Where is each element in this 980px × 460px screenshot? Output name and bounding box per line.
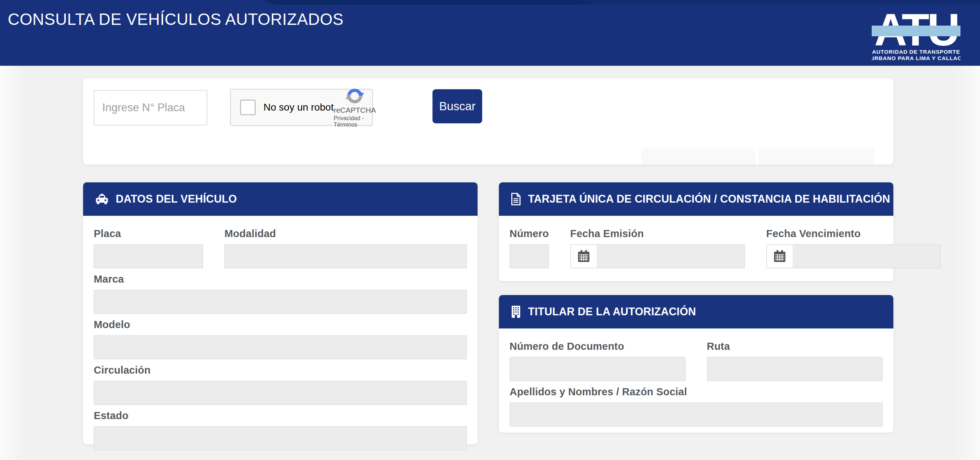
vehicle-panel-title: DATOS DEL VEHÍCULO [116, 193, 237, 206]
tuc-panel-title: TARJETA ÚNICA DE CIRCULACIÓN / CONSTANCI… [528, 193, 890, 206]
titular-panel-title: TITULAR DE LA AUTORIZACIÓN [528, 305, 696, 318]
atu-logo-icon: ATU AUTORIDAD DE TRANSPORTE URBANO PARA … [872, 6, 961, 62]
ruta-field [707, 357, 883, 381]
recaptcha-checkbox[interactable] [240, 99, 256, 115]
tuc-numero-label: Número [509, 228, 549, 240]
fecha-vencimiento-calendar-icon[interactable] [767, 245, 793, 268]
placa-field [94, 244, 203, 268]
vehicle-panel-header: DATOS DEL VEHÍCULO [83, 182, 477, 216]
circulacion-field [94, 381, 467, 405]
app-header: CONSULTA DE VEHÍCULOS AUTORIZADOS ATU AU… [0, 0, 980, 66]
placa-label: Placa [94, 228, 203, 240]
estado-field [94, 426, 467, 450]
modelo-label: Modelo [94, 319, 467, 331]
fecha-vencimiento-label: Fecha Vencimiento [766, 228, 941, 240]
marca-field [94, 290, 467, 314]
titular-panel-header: TITULAR DE LA AUTORIZACIÓN [499, 295, 893, 329]
apellidos-razon-social-field [509, 402, 883, 426]
buscar-button[interactable]: Buscar [433, 89, 482, 123]
numero-documento-field [509, 357, 686, 381]
logo-line2: URBANO PARA LIMA Y CALLAO [872, 55, 961, 61]
vehicle-panel: DATOS DEL VEHÍCULO Placa Modalidad Marca… [83, 182, 477, 444]
modelo-field [94, 335, 467, 359]
fecha-vencimiento-field [793, 245, 940, 268]
modalidad-field [224, 244, 467, 268]
recaptcha-logo-icon [345, 87, 364, 105]
fecha-emision-field [597, 245, 744, 268]
circulacion-label: Circulación [94, 364, 467, 376]
logo-line1: AUTORIDAD DE TRANSPORTE [872, 49, 960, 55]
recaptcha-label: No soy un robot [264, 102, 334, 113]
marca-label: Marca [94, 273, 467, 285]
page-title: CONSULTA DE VEHÍCULOS AUTORIZADOS [8, 9, 344, 29]
placeholder-block-2 [759, 149, 874, 165]
header-top-strip [264, 0, 980, 5]
modalidad-label: Modalidad [224, 228, 467, 240]
fecha-emision-label: Fecha Emisión [570, 228, 745, 240]
fecha-emision-calendar-icon[interactable] [571, 245, 597, 268]
file-text-icon [511, 193, 521, 206]
tuc-panel: TARJETA ÚNICA DE CIRCULACIÓN / CONSTANCI… [499, 182, 893, 281]
placa-search-input[interactable] [94, 90, 207, 126]
tuc-numero-field [509, 244, 549, 268]
building-icon [511, 305, 521, 318]
estado-label: Estado [94, 410, 467, 422]
search-card: No soy un robot reCAPTCHA Privacidad - T… [83, 78, 893, 165]
ruta-label: Ruta [707, 340, 883, 352]
atu-logo: ATU AUTORIDAD DE TRANSPORTE URBANO PARA … [872, 6, 961, 62]
recaptcha-widget: No soy un robot reCAPTCHA Privacidad - T… [230, 89, 373, 126]
recaptcha-brand: reCAPTCHA [334, 106, 376, 115]
recaptcha-privacy-terms-links[interactable]: Privacidad - Términos [334, 115, 376, 128]
numero-documento-label: Número de Documento [509, 340, 686, 352]
car-icon [95, 194, 109, 204]
titular-panel: TITULAR DE LA AUTORIZACIÓN Número de Doc… [499, 295, 893, 433]
tuc-panel-header: TARJETA ÚNICA DE CIRCULACIÓN / CONSTANCI… [499, 182, 893, 216]
apellidos-razon-social-label: Apellidos y Nombres / Razón Social [509, 386, 883, 398]
placeholder-block-1 [641, 149, 756, 165]
